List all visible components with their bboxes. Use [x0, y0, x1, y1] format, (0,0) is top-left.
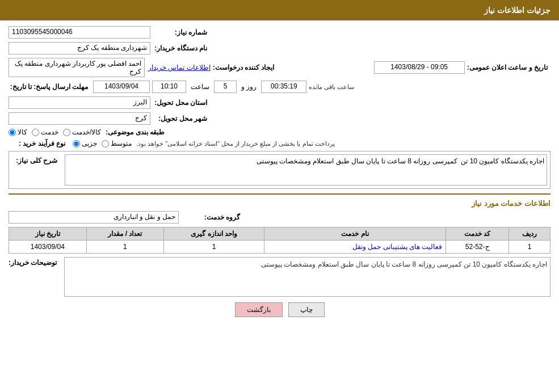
- process-row: پرداخت تمام یا بخشی از مبلغ خریدار از مح…: [9, 140, 550, 147]
- buyer-org-row: نام دستگاه خریدار: شهرداری منطقه یک کرج: [9, 42, 550, 54]
- button-row: چاپ بازگشت: [9, 302, 550, 317]
- cell-quantity: 1: [86, 241, 163, 254]
- city-row: شهر محل تحویل: کرج: [9, 112, 550, 125]
- city-value: کرج: [9, 112, 150, 125]
- buyer-org-value: شهرداری منطقه یک کرج: [9, 42, 150, 54]
- col-header-quantity: تعداد / مقدار: [86, 227, 163, 241]
- services-title: اطلاعات خدمات مورد نیاز: [9, 199, 550, 208]
- days-value: 5: [214, 81, 237, 93]
- process-description: پرداخت تمام یا بخشی از مبلغ خریدار از مح…: [136, 140, 335, 147]
- process-radio-group: متوسط جزیی: [73, 140, 132, 147]
- col-header-row: ردیف: [509, 227, 550, 241]
- services-section: اطلاعات خدمات مورد نیاز گروه خدمت: حمل و…: [9, 199, 550, 254]
- buyer-org-label: نام دستگاه خریدار:: [150, 44, 207, 52]
- process-jozyi-item: جزیی: [73, 140, 97, 147]
- process-label: نوع فرآیند خرید :: [9, 140, 65, 147]
- request-number-row: شماره نیاز: 1103095545000046: [9, 26, 550, 39]
- deadline-row: ساعت باقی مانده 00:35:19 روز و 5 ساعت 10…: [9, 81, 550, 93]
- deadline-label: مهلت ارسال پاسخ: تا تاریخ:: [9, 83, 88, 91]
- request-number-value: 1103095545000046: [9, 26, 150, 39]
- creator-value: احمد افضلی پور کاربرداز شهرداری منطقه یک…: [9, 58, 145, 77]
- description-label: شرح کلی نیاز:: [12, 154, 57, 165]
- service-group-value: حمل و نقل و انبارداری: [9, 211, 179, 224]
- category-kala-khedmat-label: کالا/خدمت: [72, 128, 101, 136]
- print-button[interactable]: چاپ: [288, 302, 325, 317]
- col-header-unit: واحد اندازه گیری: [164, 227, 264, 241]
- buyer-description-row: اجاره یکدستگاه کامیون 10 تن کمپرسی روزان…: [9, 257, 550, 297]
- category-kala-khedmat-radio[interactable]: [63, 129, 70, 136]
- category-radio-group: کالا/خدمت خدمت کالا: [9, 128, 101, 136]
- buyer-description-label: توضیحات خریدار:: [9, 257, 57, 267]
- cell-row: 1: [509, 241, 550, 254]
- time-label: ساعت: [191, 83, 209, 91]
- buyer-description-text: اجاره یکدستگاه کامیون 10 تن کمپرسی روزان…: [261, 260, 547, 268]
- province-value: البرز: [9, 96, 150, 109]
- deadline-date-value: 1403/09/04: [93, 81, 150, 93]
- table-header-row: ردیف کد خدمت نام خدمت واحد اندازه گیری ت…: [9, 227, 550, 241]
- page-title: جزئیات اطلاعات نیاز: [484, 6, 550, 15]
- services-table: ردیف کد خدمت نام خدمت واحد اندازه گیری ت…: [9, 227, 550, 254]
- category-kala-radio[interactable]: [9, 129, 16, 136]
- time-value: 10:10: [152, 81, 186, 93]
- section-divider-1: [9, 193, 550, 195]
- process-motavasset-label: متوسط: [111, 140, 132, 147]
- description-textarea[interactable]: [65, 154, 547, 186]
- description-container: شرح کلی نیاز:: [9, 151, 550, 189]
- col-header-date: تاریخ نیاز: [9, 227, 87, 241]
- announce-date-value: 1403/08/29 - 09:05: [374, 61, 465, 74]
- days-label: روز و: [241, 83, 257, 91]
- content-area: شماره نیاز: 1103095545000046 نام دستگاه …: [0, 20, 559, 323]
- province-row: استان محل تحویل: البرز: [9, 96, 550, 109]
- category-kala-item: کالا: [9, 128, 27, 136]
- category-kala-khedmat-item: کالا/خدمت: [63, 128, 101, 136]
- page-header: جزئیات اطلاعات نیاز: [0, 0, 559, 20]
- service-group-label: گروه خدمت:: [183, 213, 240, 221]
- contact-link[interactable]: اطلاعات تماس خریدار: [148, 64, 211, 71]
- remaining-value: 00:35:19: [261, 81, 306, 93]
- process-motavasset-radio[interactable]: [102, 140, 109, 147]
- category-khedmat-label: خدمت: [41, 128, 58, 136]
- process-motavasset-item: متوسط: [102, 140, 132, 147]
- category-khedmat-item: خدمت: [32, 128, 58, 136]
- request-number-label: شماره نیاز:: [150, 28, 207, 36]
- cell-unit: 1: [164, 241, 264, 254]
- col-header-name: نام خدمت: [264, 227, 445, 241]
- category-label: طبقه بندی موضوعی:: [106, 128, 165, 136]
- col-header-code: کد خدمت: [446, 227, 509, 241]
- creator-label: ایجاد کننده درخواست:: [213, 64, 275, 71]
- category-row: طبقه بندی موضوعی: کالا/خدمت خدمت کالا: [9, 128, 550, 136]
- city-label: شهر محل تحویل:: [150, 115, 207, 123]
- creator-row: تاریخ و ساعت اعلان عمومی: 1403/08/29 - 0…: [9, 58, 550, 77]
- announce-date-label: تاریخ و ساعت اعلان عمومی:: [467, 64, 548, 71]
- cell-name: فعالیت های پشتیبانی حمل ونقل: [264, 241, 445, 254]
- table-row: 1ح-52-52فعالیت های پشتیبانی حمل ونقل1114…: [9, 241, 550, 254]
- category-kala-label: کالا: [18, 128, 27, 136]
- service-group-row: گروه خدمت: حمل و نقل و انبارداری: [9, 211, 550, 224]
- province-label: استان محل تحویل:: [150, 99, 207, 107]
- category-khedmat-radio[interactable]: [32, 129, 39, 136]
- process-jozyi-label: جزیی: [82, 140, 97, 147]
- process-jozyi-radio[interactable]: [73, 140, 80, 147]
- remaining-label: ساعت باقی مانده: [309, 83, 354, 91]
- cell-date: 1403/09/04: [9, 241, 87, 254]
- cell-code: ح-52-52: [446, 241, 509, 254]
- back-button[interactable]: بازگشت: [235, 302, 283, 317]
- buyer-description-box: اجاره یکدستگاه کامیون 10 تن کمپرسی روزان…: [64, 257, 550, 297]
- page-container: جزئیات اطلاعات نیاز شماره نیاز: 11030955…: [0, 0, 559, 392]
